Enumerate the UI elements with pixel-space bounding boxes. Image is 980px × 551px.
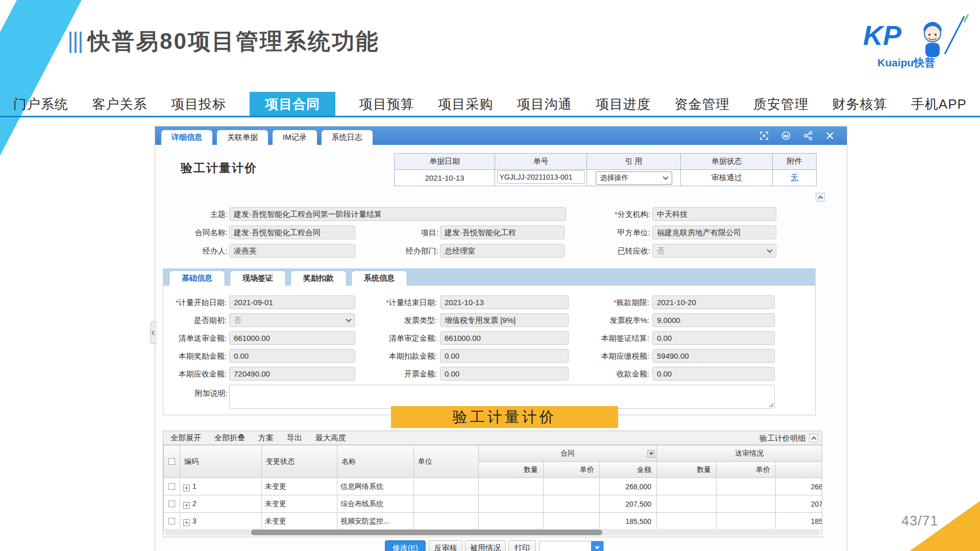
- expand-row-icon[interactable]: +: [183, 519, 190, 526]
- doc-col-number: 单号: [495, 154, 587, 170]
- tab-detail-info[interactable]: 详细信息: [161, 130, 212, 145]
- scheme-button[interactable]: 方案: [258, 433, 274, 443]
- payment-deadline-input[interactable]: 2021-10-20: [652, 295, 775, 309]
- tax-payable-input[interactable]: 59490.00: [652, 349, 775, 363]
- export-button[interactable]: 导出: [287, 433, 302, 443]
- invoice-tax-rate-input[interactable]: 9.0000: [652, 313, 775, 327]
- doc-col-attachment: 附件: [773, 154, 817, 170]
- project-input[interactable]: 建发·吾悦智能化工程: [440, 226, 565, 239]
- subtab-reward-deduction[interactable]: 奖励扣款: [290, 270, 347, 286]
- visa-settlement-input[interactable]: 0.00: [652, 331, 775, 345]
- print-button[interactable]: 打印: [508, 540, 536, 551]
- reward-amount-label: 本期奖励金额:: [159, 349, 227, 363]
- unapprove-button[interactable]: 反审核: [429, 540, 462, 551]
- collapse-header-button[interactable]: [816, 193, 825, 202]
- nav-underline: [0, 116, 980, 117]
- nav-item-procurement[interactable]: 项目采购: [438, 95, 493, 113]
- expand-all-button[interactable]: 全部展开: [170, 433, 201, 443]
- nav-item-bidding[interactable]: 项目投标: [171, 95, 226, 113]
- nav-item-finance[interactable]: 财务核算: [832, 95, 887, 113]
- list-submitted-input[interactable]: 661000.00: [229, 331, 355, 345]
- row-checkbox[interactable]: [168, 518, 175, 524]
- subject-input[interactable]: 建发·吾悦智能化工程合同第一阶段计量结算: [229, 207, 566, 221]
- collapse-all-button[interactable]: 全部折叠: [214, 433, 245, 443]
- group-contract: 合同: [560, 449, 575, 457]
- subtab-site-visa[interactable]: 现场签证: [230, 270, 286, 286]
- subtab-basic-info[interactable]: 基础信息: [169, 270, 225, 286]
- chevron-left-icon: [152, 330, 157, 335]
- select-all-checkbox[interactable]: [168, 458, 175, 465]
- nav-item-quality[interactable]: 质安管理: [753, 95, 808, 113]
- grid-panel-title: 验工计价明细: [760, 434, 805, 443]
- remark-label: 附加说明:: [175, 386, 228, 400]
- invoice-type-input[interactable]: 增值税专用发票 [9%]: [440, 313, 569, 327]
- scrollbar-thumb[interactable]: [251, 530, 602, 535]
- received-amount-input[interactable]: 0.00: [652, 367, 775, 381]
- reward-amount-input[interactable]: 0.00: [229, 349, 355, 363]
- expand-row-icon[interactable]: +: [183, 485, 190, 491]
- project-label: 项目:: [400, 226, 438, 239]
- col-name: 名称: [337, 445, 414, 478]
- measure-start-label: *计量开始日期:: [159, 295, 227, 309]
- nav-item-progress[interactable]: 项目进度: [596, 95, 651, 113]
- nav-item-budget[interactable]: 项目预算: [359, 95, 414, 113]
- detail-grid-panel: 全部展开 全部折叠 方案 导出 最大高度 验工计价明细: [163, 431, 822, 537]
- deduction-amount-input[interactable]: 0.00: [440, 349, 569, 363]
- measure-end-input[interactable]: 2021-10-13: [440, 295, 569, 309]
- subtab-strip: 基础信息 现场签证 奖励扣款 系统信息: [163, 268, 816, 286]
- col-review-qty: 数量: [657, 462, 717, 478]
- tab-im-records[interactable]: IM记录: [273, 130, 317, 145]
- initial-period-select[interactable]: 否: [229, 313, 355, 327]
- horizontal-scrollbar[interactable]: [164, 529, 821, 536]
- kuaipu-logo: KP Kuaipu快普: [863, 14, 973, 69]
- usage-button[interactable]: 被用情况: [465, 540, 506, 551]
- logo-monogram: KP: [863, 20, 902, 51]
- measure-start-input[interactable]: 2021-09-01: [229, 295, 355, 309]
- table-row[interactable]: +3 未变更 视频安防监控... 185,500 185,500: [164, 513, 823, 530]
- table-row[interactable]: +2 未变更 综合布线系统 207,500 207,500: [164, 495, 823, 513]
- logo-brand-text: Kuaipu快普: [877, 57, 935, 68]
- grid-toolbar: 全部展开 全部折叠 方案 导出 最大高度: [163, 431, 822, 445]
- collapse-side-handle[interactable]: [150, 321, 157, 344]
- reference-action-select[interactable]: 选择操作: [596, 171, 672, 185]
- max-height-button[interactable]: 最大高度: [315, 433, 346, 443]
- handler-input[interactable]: 凌燕英: [229, 244, 355, 258]
- remark-textarea[interactable]: [229, 385, 775, 409]
- invoice-type-label: 发票类型:: [375, 313, 437, 327]
- resize-handle-icon[interactable]: [769, 403, 773, 407]
- party-a-input[interactable]: 福建兆联房地产有限公司: [652, 226, 776, 239]
- contract-name-input[interactable]: 建发·吾悦智能化工程合同: [229, 226, 355, 239]
- subtab-system-info[interactable]: 系统信息: [351, 270, 407, 286]
- title-accent-bars: [69, 32, 82, 53]
- table-row[interactable]: +1 未变更 信息网络系统 268,000 268,000: [164, 478, 823, 495]
- close-icon[interactable]: [825, 131, 835, 140]
- receivable-amount-input[interactable]: 720490.00: [229, 367, 355, 381]
- invoiced-amount-input[interactable]: 0.00: [440, 367, 569, 381]
- transferred-select[interactable]: 否: [652, 244, 776, 258]
- attachment-link[interactable]: 无: [791, 173, 798, 182]
- list-approved-input[interactable]: 661000.00: [440, 331, 569, 345]
- nav-item-contract-active[interactable]: 项目合同: [250, 92, 335, 116]
- fullscreen-icon[interactable]: [760, 131, 769, 140]
- nav-item-communication[interactable]: 项目沟通: [517, 95, 572, 113]
- branch-input[interactable]: 中天科技: [652, 207, 776, 221]
- doc-number-input[interactable]: YGJLJJ-20211013-001: [497, 170, 585, 184]
- contract-column-menu-arrow[interactable]: [647, 450, 655, 458]
- im-icon[interactable]: IM: [781, 131, 791, 140]
- nav-item-mobile-app[interactable]: 手机APP: [911, 95, 967, 113]
- collapse-grid-button[interactable]: [809, 434, 818, 442]
- nav-item-funds[interactable]: 资金管理: [675, 95, 730, 113]
- nav-item-portal[interactable]: 门户系统: [13, 95, 68, 113]
- col-contract-qty: 数量: [479, 462, 544, 478]
- expand-row-icon[interactable]: +: [183, 502, 190, 509]
- dropdown-arrow-icon[interactable]: [591, 541, 603, 551]
- handler-dept-input[interactable]: 总经理室: [440, 244, 565, 258]
- row-checkbox[interactable]: [168, 483, 175, 490]
- nav-item-crm[interactable]: 客户关系: [92, 95, 147, 113]
- row-checkbox[interactable]: [168, 500, 175, 507]
- tab-related-docs[interactable]: 关联单据: [217, 130, 268, 145]
- more-actions-dropdown[interactable]: [539, 541, 604, 551]
- tab-system-log[interactable]: 系统日志: [322, 130, 373, 145]
- share-icon[interactable]: [803, 131, 813, 140]
- modify-button[interactable]: 修改(E): [385, 540, 426, 551]
